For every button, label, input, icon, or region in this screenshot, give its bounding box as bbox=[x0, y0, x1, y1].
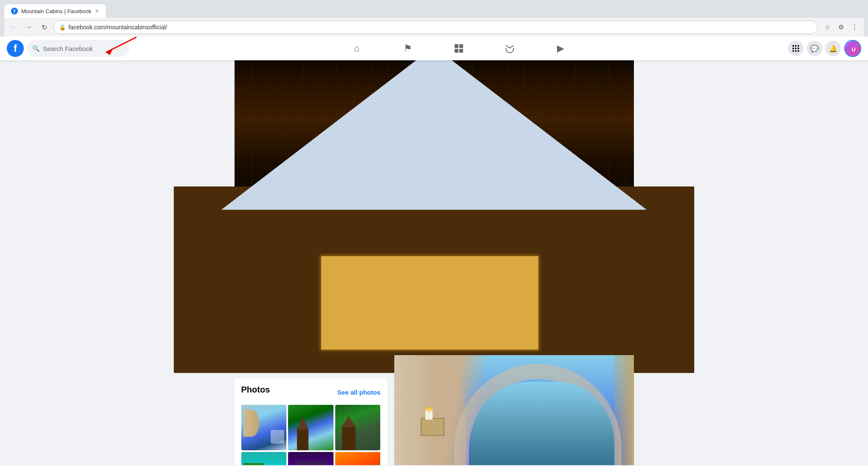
photo-image-3 bbox=[335, 405, 381, 450]
photo-thumb-1[interactable] bbox=[241, 405, 287, 450]
lock-icon: 🔒 bbox=[59, 24, 66, 31]
fb-nav-center: ⌂ ⚑ ▶ bbox=[129, 38, 788, 59]
photo-image-2 bbox=[288, 405, 334, 450]
photo-image-6 bbox=[335, 452, 381, 465]
right-col: Posts ⚙ Filters bbox=[394, 296, 634, 465]
svg-rect-1 bbox=[459, 44, 463, 48]
tab-title: Mountain Cabins | Facebook bbox=[21, 8, 91, 14]
photos-card: Photos See all photos bbox=[235, 378, 387, 465]
svg-rect-0 bbox=[455, 44, 458, 48]
photo-image-5 bbox=[288, 452, 334, 465]
reload-btn[interactable]: ↻ bbox=[38, 21, 50, 33]
back-btn[interactable]: ← bbox=[8, 21, 20, 33]
photos-title: Photos bbox=[241, 385, 270, 395]
nav-megaphone[interactable] bbox=[486, 38, 534, 59]
photo-thumb-3[interactable] bbox=[335, 405, 381, 450]
user-avatar: U bbox=[845, 41, 861, 57]
svg-point-11 bbox=[795, 50, 797, 52]
search-box[interactable]: 🔍 Search Facebook bbox=[27, 40, 129, 57]
svg-point-9 bbox=[797, 48, 799, 49]
menu-btn[interactable]: ⋮ bbox=[848, 21, 860, 33]
avatar-btn[interactable]: U bbox=[844, 40, 861, 57]
posts-card: Posts ⚙ Filters bbox=[394, 296, 634, 465]
main-content: Intro ℹ Page · Cabin 👤 Dermaku LLC is r bbox=[235, 296, 634, 465]
browser-chrome: f Mountain Cabins | Facebook ✕ ← → ↻ 🔒 f… bbox=[0, 0, 868, 37]
fb-nav-right: 💬 🔔 U bbox=[788, 40, 861, 57]
nav-home[interactable]: ⌂ bbox=[333, 38, 381, 59]
svg-point-8 bbox=[795, 48, 797, 49]
browser-toolbar: ← → ↻ 🔒 facebook.com/mountaincabinsoffic… bbox=[4, 18, 864, 37]
url-bar[interactable]: 🔒 facebook.com/mountaincabinsofficial/ bbox=[54, 20, 818, 34]
photos-grid: LEAVE ME HERE bbox=[241, 405, 381, 465]
messenger-btn[interactable]: 💬 bbox=[807, 41, 822, 56]
fb-logo: f bbox=[7, 40, 24, 57]
photo-thumb-2[interactable] bbox=[288, 405, 334, 450]
post-avatar bbox=[401, 322, 418, 339]
svg-point-5 bbox=[795, 45, 797, 47]
photo-image-4: LEAVE ME HERE bbox=[241, 452, 287, 465]
post-avatar-image bbox=[401, 322, 418, 339]
url-text: facebook.com/mountaincabinsofficial/ bbox=[68, 24, 167, 31]
nav-marketplace[interactable] bbox=[435, 38, 483, 59]
post-image bbox=[394, 355, 634, 465]
search-icon: 🔍 bbox=[32, 45, 40, 52]
svg-rect-3 bbox=[459, 49, 463, 53]
see-all-photos-link[interactable]: See all photos bbox=[337, 389, 381, 396]
browser-tabs: f Mountain Cabins | Facebook ✕ bbox=[4, 3, 864, 18]
apps-btn[interactable] bbox=[788, 41, 803, 56]
photo-thumb-4[interactable]: LEAVE ME HERE bbox=[241, 452, 287, 465]
forward-btn[interactable]: → bbox=[23, 21, 35, 33]
fb-header: f 🔍 Search Facebook ⌂ ⚑ ▶ 💬 bbox=[0, 37, 868, 60]
tab-favicon: f bbox=[11, 8, 18, 14]
svg-point-7 bbox=[792, 48, 794, 49]
svg-point-10 bbox=[792, 50, 794, 52]
svg-point-12 bbox=[797, 50, 799, 52]
active-tab[interactable]: f Mountain Cabins | Facebook ✕ bbox=[4, 4, 106, 18]
photo-thumb-5[interactable] bbox=[288, 452, 334, 465]
extensions-btn[interactable]: ⚙ bbox=[835, 21, 847, 33]
page-content: f 🔍 Search Facebook ⌂ ⚑ ▶ 💬 bbox=[0, 37, 868, 465]
post-item: Mountain Cabins 28m · 🌐 ··· Wow.. Amazi bbox=[394, 317, 634, 465]
photo-image-1 bbox=[241, 405, 287, 450]
photos-header: Photos See all photos bbox=[241, 385, 381, 400]
post-header: Mountain Cabins 28m · 🌐 ··· bbox=[394, 317, 634, 342]
nav-video[interactable]: ▶ bbox=[537, 38, 585, 59]
nav-flag[interactable]: ⚑ bbox=[384, 38, 432, 59]
svg-rect-2 bbox=[455, 49, 458, 53]
tab-close-btn[interactable]: ✕ bbox=[95, 8, 99, 14]
bookmark-btn[interactable]: ☆ bbox=[821, 21, 833, 33]
browser-actions: ☆ ⚙ ⋮ bbox=[821, 21, 860, 33]
photo-thumb-6[interactable] bbox=[335, 452, 381, 465]
svg-point-4 bbox=[792, 45, 794, 47]
content-wrapper: f 🔍 Search Facebook ⌂ ⚑ ▶ 💬 bbox=[0, 37, 868, 465]
search-placeholder: Search Facebook bbox=[43, 45, 93, 52]
svg-point-6 bbox=[797, 45, 799, 47]
notifications-btn[interactable]: 🔔 bbox=[826, 41, 841, 56]
